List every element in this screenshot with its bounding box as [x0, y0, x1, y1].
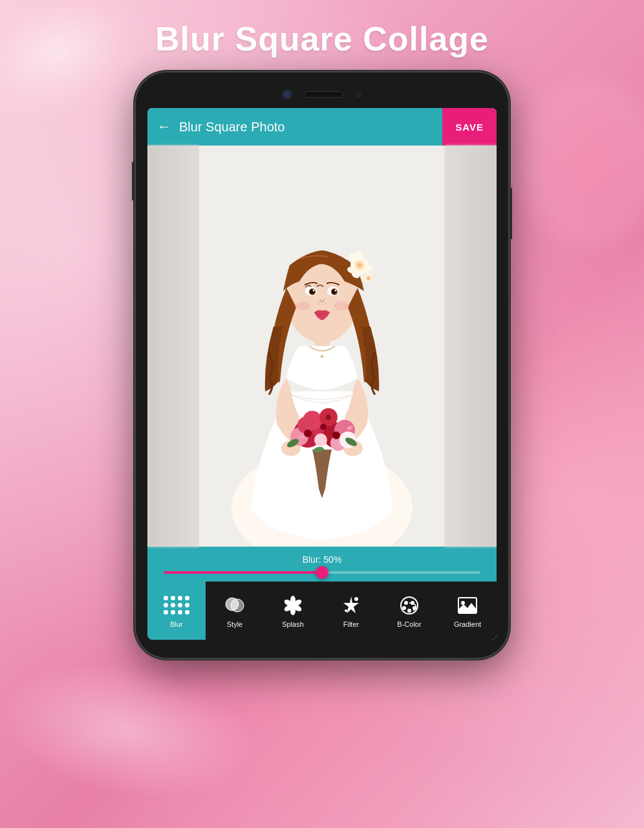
svg-point-43 [332, 431, 340, 439]
blur-tab-label: Blur [170, 620, 183, 628]
bride-image [199, 146, 445, 547]
watercolor-blob-2 [508, 65, 644, 259]
svg-point-42 [320, 424, 327, 430]
page-title: Blur Square Collage [0, 0, 644, 71]
main-photo[interactable] [199, 146, 445, 547]
gradient-tab-label: Gradient [454, 620, 481, 628]
svg-point-56 [290, 603, 295, 608]
power-button [510, 188, 512, 239]
svg-point-65 [407, 609, 411, 613]
svg-point-3 [321, 355, 323, 358]
svg-point-40 [314, 433, 327, 446]
svg-point-24 [317, 302, 320, 305]
speaker-grille [304, 91, 343, 98]
svg-point-44 [326, 415, 331, 420]
svg-point-59 [345, 609, 347, 612]
front-camera [283, 91, 291, 98]
filter-icon [339, 594, 363, 617]
back-button[interactable]: ← [157, 118, 171, 135]
photo-area [147, 146, 497, 547]
svg-point-63 [402, 606, 406, 610]
blur-icon [165, 594, 188, 617]
svg-point-58 [354, 597, 358, 601]
bcolor-tab-label: B-Color [397, 620, 421, 628]
toolbar-item-filter[interactable]: Filter [322, 582, 380, 640]
proximity-sensor [356, 92, 361, 97]
svg-point-22 [313, 290, 315, 292]
svg-point-26 [295, 301, 310, 310]
splash-icon [281, 594, 305, 617]
phone-mockup: ← Blur Square Photo SAVE [122, 71, 522, 659]
splash-tab-label: Splash [282, 620, 304, 628]
watercolor-blob-3 [0, 645, 268, 817]
phone-screen: ← Blur Square Photo SAVE [147, 108, 497, 640]
style-tab-label: Style [227, 620, 242, 628]
phone-top-bar [147, 91, 497, 98]
bcolor-icon [398, 594, 421, 617]
svg-point-23 [335, 290, 337, 292]
svg-point-14 [367, 276, 370, 280]
svg-point-27 [334, 301, 349, 310]
svg-point-41 [304, 430, 312, 437]
svg-point-7 [357, 263, 362, 268]
svg-point-67 [461, 601, 465, 605]
bottom-toolbar: Blur Style [147, 582, 497, 640]
app-header-title: Blur Square Photo [179, 120, 442, 135]
right-blur-panel [445, 146, 497, 547]
blur-label: Blur: 50% [160, 554, 484, 565]
left-blur-panel [147, 146, 199, 547]
svg-point-49 [231, 599, 244, 612]
blur-section: Blur: 50% [147, 547, 497, 582]
toolbar-item-bcolor[interactable]: B-Color [380, 582, 438, 640]
toolbar-item-gradient[interactable]: Gradient [438, 582, 497, 640]
toolbar-item-blur[interactable]: Blur [147, 582, 206, 640]
toolbar-item-style[interactable]: Style [206, 582, 264, 640]
svg-point-61 [404, 601, 408, 605]
blur-slider-fill [164, 571, 322, 574]
toolbar-item-splash[interactable]: Splash [264, 582, 322, 640]
filter-tab-label: Filter [343, 620, 359, 628]
blur-slider-thumb[interactable] [316, 566, 328, 579]
gradient-icon [456, 594, 479, 617]
save-button[interactable]: SAVE [442, 108, 497, 146]
svg-point-15 [349, 254, 356, 260]
phone-shell: ← Blur Square Photo SAVE [134, 71, 510, 659]
volume-button [132, 162, 134, 201]
svg-point-25 [324, 302, 327, 305]
style-icon [223, 594, 246, 617]
app-header: ← Blur Square Photo SAVE [147, 108, 497, 146]
blur-slider-track[interactable] [164, 571, 480, 574]
